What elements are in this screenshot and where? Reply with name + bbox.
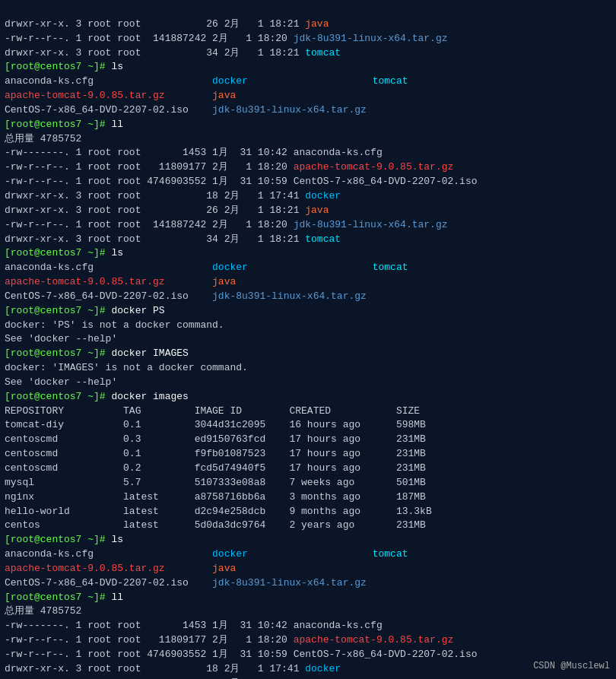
terminal-line: drwxr-xr-x. 3 root root 26 2月 1 18:21 ja…: [5, 204, 611, 218]
terminal-text: [248, 262, 373, 273]
terminal-output: drwxr-xr-x. 3 root root 26 2月 1 18:21 ja…: [5, 3, 611, 679]
terminal-line: nginx latest a87587l6bb6a 3 months ago 1…: [5, 490, 611, 505]
terminal-line: CentOS-7-x86_64-DVD-2207-02.iso jdk-8u39…: [5, 103, 611, 118]
terminal-text: [root@centos7 ~]#: [5, 305, 111, 316]
terminal-text: java: [212, 276, 236, 287]
terminal-line: mysql 5.7 5107333e08a8 7 weeks ago 501MB: [5, 476, 611, 490]
terminal-text: CentOS-7-x86_64-DVD-2207-02.iso: [5, 290, 212, 302]
terminal-line: -rw-r--r--. 1 root root 11809177 2月 1 18…: [5, 633, 611, 648]
watermark: CSDN @Musclewl: [533, 660, 610, 673]
terminal-text: CentOS-7-x86_64-DVD-2207-02.iso: [5, 577, 212, 589]
terminal-text: tomcat: [305, 233, 341, 245]
terminal-text: [root@centos7 ~]#: [5, 347, 111, 359]
terminal-text: ll: [111, 592, 123, 603]
terminal-line: anaconda-ks.cfg docker tomcat: [5, 261, 611, 275]
terminal-text: apache-tomcat-9.0.85.tar.gz: [5, 276, 212, 287]
terminal-line: [root@centos7 ~]# ll: [5, 118, 611, 132]
terminal-text: 总用量 4785752: [5, 133, 81, 144]
terminal-text: docker IMAGES: [111, 347, 188, 359]
terminal-text: apache-tomcat-9.0.85.tar.gz: [294, 634, 454, 646]
terminal-line: CentOS-7-x86_64-DVD-2207-02.iso jdk-8u39…: [5, 576, 611, 591]
terminal-text: mysql 5.7 5107333e08a8 7 weeks ago 501MB: [5, 477, 426, 488]
terminal-line: drwxr-xr-x. 3 root root 18 2月 1 17:41 do…: [5, 189, 611, 204]
terminal-text: apache-tomcat-9.0.85.tar.gz: [294, 161, 454, 173]
terminal-text: docker PS: [111, 305, 164, 316]
terminal-text: centoscmd 0.1 f9fb01087523 17 hours ago …: [5, 448, 426, 459]
terminal-line: -rw-------. 1 root root 1453 1月 31 10:42…: [5, 619, 611, 633]
terminal-line: centos latest 5d0da3dc9764 2 years ago 2…: [5, 519, 611, 533]
terminal-text: drwxr-xr-x. 3 root root 18 2月 1 17:41: [5, 663, 305, 674]
terminal-text: ls: [111, 247, 123, 259]
terminal-text: tomcat: [373, 75, 408, 87]
terminal-text: docker: [212, 548, 248, 560]
terminal-text: drwxr-xr-x. 3 root root 26 2月 1 18:21: [5, 205, 305, 216]
terminal-line: [root@centos7 ~]# ls: [5, 60, 611, 75]
terminal-text: centoscmd 0.2 fcd5d74940f5 17 hours ago …: [5, 462, 426, 474]
terminal-text: ls: [111, 534, 123, 545]
terminal-text: centos latest 5d0da3dc9764 2 years ago 2…: [5, 519, 426, 531]
terminal-text: apache-tomcat-9.0.85.tar.gz: [5, 563, 212, 574]
terminal-line: [root@centos7 ~]# ls: [5, 246, 611, 261]
terminal-line: -rw-------. 1 root root 1453 1月 31 10:42…: [5, 146, 611, 160]
terminal-line: [root@centos7 ~]# docker IMAGES: [5, 347, 611, 361]
terminal-text: -rw-r--r--. 1 root root 141887242 2月 1 1…: [5, 33, 294, 44]
terminal-text: docker images: [111, 391, 188, 402]
terminal-text: drwxr-xr-x. 3 root root 34 2月 1 18:21: [5, 47, 305, 59]
terminal-text: java: [212, 90, 236, 101]
terminal-text: tomcat: [373, 548, 408, 560]
terminal-text: -rw-------. 1 root root 1453 1月 31 10:42…: [5, 620, 383, 631]
terminal-text: docker: 'IMAGES' is not a docker command…: [5, 362, 248, 373]
terminal-text: [root@centos7 ~]#: [5, 391, 111, 402]
terminal-line: See 'docker --help': [5, 332, 611, 347]
terminal-line: [root@centos7 ~]# docker PS: [5, 304, 611, 319]
terminal-text: docker: [212, 75, 248, 87]
terminal-line: 总用量 4785752: [5, 132, 611, 147]
terminal-line: drwxr-xr-x. 3 root root 34 2月 1 18:21 to…: [5, 233, 611, 247]
terminal-line: drwxr-xr-x. 3 root root 18 2月 1 17:41 do…: [5, 662, 611, 677]
terminal-text: See 'docker --help': [5, 376, 117, 388]
terminal-line: anaconda-ks.cfg docker tomcat: [5, 75, 611, 89]
terminal-line: [root@centos7 ~]# ll: [5, 591, 611, 605]
terminal-line: CentOS-7-x86_64-DVD-2207-02.iso jdk-8u39…: [5, 290, 611, 304]
terminal-text: -rw-r--r--. 1 root root 141887242 2月 1 1…: [5, 219, 294, 230]
terminal-text: docker: 'PS' is not a docker command.: [5, 319, 224, 331]
terminal-text: anaconda-ks.cfg: [5, 548, 212, 560]
terminal-line: docker: 'IMAGES' is not a docker command…: [5, 361, 611, 376]
terminal-text: -rw-r--r--. 1 root root 4746903552 1月 31…: [5, 176, 478, 187]
terminal-text: centoscmd 0.3 ed9150763fcd 17 hours ago …: [5, 433, 426, 445]
terminal-text: java: [305, 18, 329, 30]
terminal-line: drwxr-xr-x. 3 root root 34 2月 1 18:21 to…: [5, 46, 611, 61]
terminal-text: jdk-8u391-linux-x64.tar.gz: [212, 577, 367, 589]
terminal-text: -rw-r--r--. 1 root root 4746903552 1月 31…: [5, 649, 478, 660]
terminal-text: jdk-8u391-linux-x64.tar.gz: [294, 219, 448, 230]
terminal-text: [root@centos7 ~]#: [5, 534, 111, 545]
terminal-text: anaconda-ks.cfg: [5, 262, 212, 273]
terminal-text: [248, 75, 373, 87]
terminal-line: [root@centos7 ~]# docker images: [5, 390, 611, 405]
terminal-text: jdk-8u391-linux-x64.tar.gz: [212, 290, 367, 302]
terminal-text: jdk-8u391-linux-x64.tar.gz: [294, 33, 448, 44]
terminal-text: 总用量 4785752: [5, 605, 81, 617]
terminal-text: drwxr-xr-x. 3 root root 34 2月 1 18:21: [5, 233, 305, 245]
terminal-text: -rw-r--r--. 1 root root 11809177 2月 1 18…: [5, 161, 294, 173]
terminal-text: [root@centos7 ~]#: [5, 119, 111, 130]
terminal-text: [root@centos7 ~]#: [5, 61, 111, 72]
terminal-line: -rw-r--r--. 1 root root 11809177 2月 1 18…: [5, 160, 611, 175]
terminal-text: See 'docker --help': [5, 333, 117, 344]
terminal-text: [248, 548, 373, 560]
terminal-text: tomcat-diy 0.1 3044d31c2095 16 hours ago…: [5, 419, 426, 430]
terminal-line: 总用量 4785752: [5, 604, 611, 619]
terminal-line: centoscmd 0.1 f9fb01087523 17 hours ago …: [5, 447, 611, 462]
terminal-text: java: [305, 205, 329, 216]
terminal-text: -rw-r--r--. 1 root root 11809177 2月 1 18…: [5, 634, 294, 646]
terminal-text: anaconda-ks.cfg: [5, 75, 212, 87]
terminal-line: [root@centos7 ~]# ls: [5, 533, 611, 547]
terminal-line: -rw-r--r--. 1 root root 141887242 2月 1 1…: [5, 218, 611, 233]
terminal-text: [root@centos7 ~]#: [5, 247, 111, 259]
terminal-line: centoscmd 0.2 fcd5d74940f5 17 hours ago …: [5, 462, 611, 476]
terminal-text: [root@centos7 ~]#: [5, 592, 111, 603]
terminal-line: docker: 'PS' is not a docker command.: [5, 319, 611, 333]
terminal-line: centoscmd 0.3 ed9150763fcd 17 hours ago …: [5, 433, 611, 447]
terminal-line: -rw-r--r--. 1 root root 4746903552 1月 31…: [5, 648, 611, 662]
terminal-text: REPOSITORY TAG IMAGE ID CREATED SIZE: [5, 405, 420, 417]
